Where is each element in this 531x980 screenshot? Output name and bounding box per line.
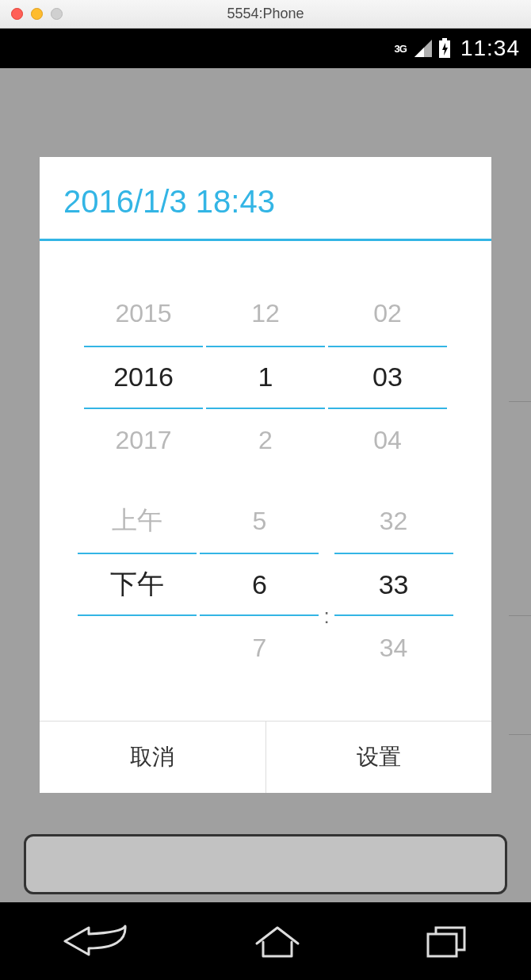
device-frame: 3G 11:34 2016/1/3 18:43 2015 2016 2017 (0, 29, 531, 980)
cancel-button[interactable]: 取消 (40, 722, 266, 793)
minute-value[interactable]: 33 (334, 553, 453, 616)
hour-value[interactable]: 6 (200, 553, 319, 616)
day-prev: 02 (328, 282, 447, 346)
time-picker-group: 上午 下午 5 6 7 : 32 33 34 (59, 489, 472, 679)
datetime-picker-dialog: 2016/1/3 18:43 2015 2016 2017 12 1 2 (40, 157, 491, 793)
recents-button[interactable] (423, 923, 471, 959)
window-zoom-button[interactable] (51, 8, 63, 20)
window-close-button[interactable] (11, 8, 23, 20)
back-button[interactable] (60, 924, 132, 958)
day-value[interactable]: 03 (328, 346, 447, 409)
dialog-title: 2016/1/3 18:43 (40, 157, 491, 241)
battery-charging-icon (438, 38, 451, 59)
year-prev: 2015 (84, 282, 203, 346)
year-next: 2017 (84, 409, 203, 473)
ampm-next (78, 616, 197, 679)
day-wheel[interactable]: 02 03 04 (328, 282, 447, 473)
ampm-value[interactable]: 下午 (78, 553, 197, 616)
android-nav-bar (0, 902, 531, 980)
day-next: 04 (328, 409, 447, 473)
month-next: 2 (206, 409, 325, 473)
hour-next: 7 (200, 616, 319, 679)
window-minimize-button[interactable] (31, 8, 43, 20)
svg-rect-3 (428, 934, 457, 956)
android-status-bar: 3G 11:34 (0, 29, 531, 68)
ampm-prev: 上午 (78, 489, 197, 553)
minute-next: 34 (334, 616, 453, 679)
month-wheel[interactable]: 12 1 2 (206, 282, 325, 473)
window-title: 5554:Phone (0, 6, 531, 22)
month-value[interactable]: 1 (206, 346, 325, 409)
month-prev: 12 (206, 282, 325, 346)
hour-wheel[interactable]: 5 6 7 (200, 489, 319, 679)
window-titlebar: 5554:Phone (0, 0, 531, 29)
year-value[interactable]: 2016 (84, 346, 203, 409)
status-time: 11:34 (460, 36, 520, 61)
set-button[interactable]: 设置 (266, 722, 492, 793)
hour-prev: 5 (200, 489, 319, 553)
app-content-backdrop: 2016/1/3 18:43 2015 2016 2017 12 1 2 (0, 68, 531, 902)
home-button[interactable] (252, 923, 303, 959)
network-3g-label: 3G (395, 43, 407, 55)
minute-wheel[interactable]: 32 33 34 (334, 489, 453, 679)
minute-prev: 32 (334, 489, 453, 553)
date-picker-group: 2015 2016 2017 12 1 2 02 03 04 (59, 282, 472, 473)
signal-icon (413, 40, 432, 57)
background-button (24, 834, 507, 894)
svg-rect-0 (442, 38, 447, 40)
ampm-wheel[interactable]: 上午 下午 (78, 489, 197, 679)
time-colon: : (322, 584, 330, 648)
year-wheel[interactable]: 2015 2016 2017 (84, 282, 203, 473)
dialog-button-bar: 取消 设置 (40, 721, 491, 793)
